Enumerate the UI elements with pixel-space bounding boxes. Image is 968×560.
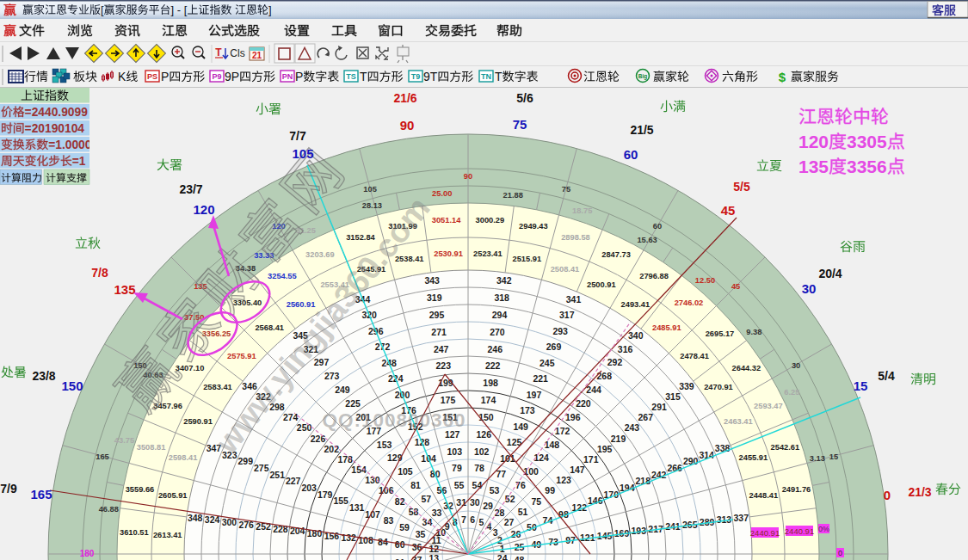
svg-text:147: 147 [570,465,585,475]
svg-text:5/4: 5/4 [878,369,895,383]
svg-text:2530.91: 2530.91 [434,249,463,258]
svg-text:6.25: 6.25 [784,388,799,397]
svg-text:5: 5 [478,517,484,527]
svg-text:2796.88: 2796.88 [639,272,669,280]
svg-text:23/8: 23/8 [32,369,55,383]
svg-text:3.13: 3.13 [810,454,825,463]
svg-text:45: 45 [721,203,736,218]
svg-text:27: 27 [504,517,515,527]
svg-text:2508.41: 2508.41 [551,265,580,274]
svg-text:5/6: 5/6 [516,91,533,105]
svg-text:15.63: 15.63 [637,236,657,244]
svg-text:337: 337 [734,513,749,523]
svg-text:7: 7 [461,514,466,525]
svg-text:21: 21 [252,51,262,60]
svg-text:0: 0 [838,549,842,557]
svg-text:3000.29: 3000.29 [476,216,505,225]
svg-text:2493.41: 2493.41 [621,300,650,309]
svg-text:=2440.9099: =2440.9099 [25,106,89,119]
svg-text:3559.66: 3559.66 [126,485,155,494]
svg-text:P: P [161,70,169,83]
svg-text:57: 57 [421,494,431,504]
svg-text:274: 274 [283,412,299,422]
svg-text:45: 45 [731,282,740,291]
svg-text:126: 126 [477,429,492,440]
svg-text:7/7: 7/7 [289,129,306,143]
svg-text:174: 174 [481,395,496,405]
svg-text:269: 269 [546,342,562,352]
svg-text:2440.91: 2440.91 [750,528,780,538]
svg-text:23/7: 23/7 [179,182,202,196]
svg-text:60: 60 [624,147,638,162]
svg-text:99: 99 [545,485,555,495]
svg-text:TN: TN [481,72,491,81]
svg-text:7/9: 7/9 [0,482,17,495]
svg-text:250: 250 [297,422,312,433]
svg-text:343: 343 [424,275,440,286]
svg-text:TS: TS [346,72,356,81]
svg-text:2898.58: 2898.58 [561,233,590,242]
svg-text:202: 202 [324,444,340,454]
svg-text:148: 148 [545,440,560,450]
svg-text:267: 267 [638,412,654,422]
svg-text:90: 90 [400,118,415,132]
svg-text:82: 82 [395,496,405,507]
svg-text:2598.41: 2598.41 [169,453,198,462]
svg-text:43.75: 43.75 [114,436,134,445]
svg-text:2949.43: 2949.43 [519,222,548,231]
svg-text:292: 292 [607,357,623,367]
svg-text:153: 153 [377,440,392,450]
svg-text:2448.41: 2448.41 [749,491,778,500]
svg-text:46.88: 46.88 [99,505,119,514]
svg-text:P: P [295,70,303,83]
svg-text:]: ] [268,3,272,16]
svg-text:2568.41: 2568.41 [255,323,284,332]
svg-text:9.38: 9.38 [746,328,761,336]
svg-text:225: 225 [345,398,361,409]
svg-text:30: 30 [802,281,817,296]
svg-text:348: 348 [188,513,203,523]
svg-text:219: 219 [611,434,626,444]
svg-text:155: 155 [333,495,348,506]
svg-text:12.50: 12.50 [695,276,715,285]
svg-text:] - [: ] - [ [171,3,188,16]
svg-text:24: 24 [497,553,508,560]
svg-text:251: 251 [270,470,286,480]
svg-text:196: 196 [565,412,581,422]
svg-text:53: 53 [490,485,500,495]
svg-text:2478.41: 2478.41 [680,352,709,360]
svg-text:2500.91: 2500.91 [587,280,616,289]
svg-text:294: 294 [492,310,508,320]
svg-text:2455.91: 2455.91 [739,453,768,462]
svg-text:2575.91: 2575.91 [227,352,256,360]
svg-text:3: 3 [493,527,498,538]
svg-text:[: [ [101,3,104,16]
svg-text:2746.02: 2746.02 [675,298,704,307]
svg-text:132: 132 [341,532,356,543]
svg-text:3356: 3356 [847,157,887,176]
svg-text:7/8: 7/8 [91,266,108,280]
svg-text:3051.14: 3051.14 [432,216,461,225]
svg-text:3254.55: 3254.55 [268,272,297,280]
svg-text:220: 220 [576,398,591,409]
svg-text:299: 299 [238,456,254,466]
svg-text:3508.81: 3508.81 [137,443,166,452]
svg-text:30: 30 [792,361,800,370]
svg-text:2847.73: 2847.73 [601,250,631,259]
svg-text:31: 31 [456,497,466,508]
svg-text:203: 203 [301,483,317,493]
svg-text:108: 108 [358,535,373,545]
svg-text:$: $ [779,70,786,84]
svg-text:316: 316 [618,344,633,354]
svg-text:270: 270 [490,327,505,337]
svg-text:180: 180 [80,549,95,558]
svg-text:21/6: 21/6 [393,91,416,105]
svg-text:Cls: Cls [230,47,244,59]
svg-text:342: 342 [496,275,512,286]
svg-text:2590.91: 2590.91 [183,417,213,426]
svg-text:20/4: 20/4 [818,267,842,280]
svg-text:P9: P9 [212,72,221,81]
svg-text:75: 75 [513,117,527,132]
svg-text:293: 293 [552,326,568,336]
svg-text:105: 105 [398,466,413,477]
